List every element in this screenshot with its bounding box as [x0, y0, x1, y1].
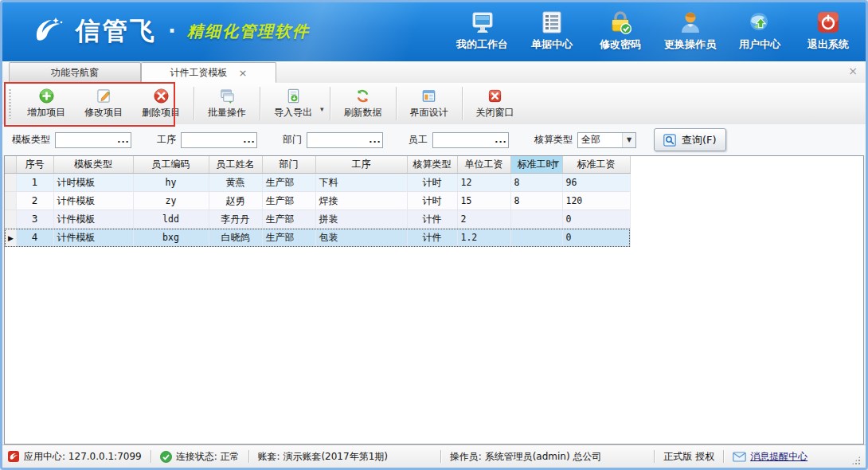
operator-text: 操作员: 系统管理员(admin) 总公司	[450, 450, 602, 464]
query-button[interactable]: 查询(F)	[654, 128, 726, 151]
tab-close-icon[interactable]: ×	[239, 68, 248, 78]
row-selector-cell[interactable]	[5, 210, 16, 229]
brand-name: 信管飞	[76, 14, 157, 48]
import-export-button[interactable]: 导入导出	[264, 85, 322, 122]
row-selector-cell[interactable]	[5, 192, 16, 210]
cell-std-wage: 96	[562, 174, 630, 192]
col-std-wage[interactable]: 标准工资	[562, 156, 630, 174]
browse-ellipsis-button[interactable]: ...	[368, 133, 382, 147]
calc-type-select[interactable]: 全部 ▼	[577, 132, 636, 148]
toolbar-separator	[260, 87, 260, 120]
browse-ellipsis-button[interactable]: ...	[494, 133, 508, 147]
table-row[interactable]: 3 计件模板 ldd 李丹丹 生产部 拼装 计件 2 0	[5, 210, 630, 229]
cell-calc-type: 计时	[407, 174, 457, 192]
close-window-icon	[487, 88, 502, 104]
tab-label: 功能导航窗	[51, 66, 99, 80]
title-bar: 信管飞 · 精细化管理软件 我的工作台	[2, 2, 866, 61]
row-selector-header	[5, 156, 16, 174]
col-unit-wage[interactable]: 单位工资	[457, 156, 510, 174]
toolbar-grip[interactable]	[9, 88, 11, 119]
nav-change-password[interactable]: 修改密码	[596, 10, 645, 52]
tab-piecework-wage-template[interactable]: 计件工资模板 ×	[141, 62, 276, 83]
status-separator	[654, 450, 655, 463]
nav-user-center[interactable]: 用户中心	[735, 10, 784, 52]
toolbar: 增加项目 修改项目 删除项目	[2, 83, 866, 125]
tab-function-navigator[interactable]: 功能导航窗	[9, 62, 141, 82]
col-emp-code[interactable]: 员工编码	[133, 156, 209, 174]
process-input[interactable]: ...	[181, 132, 257, 148]
employee-label: 员工	[409, 133, 428, 147]
panel-close-icon[interactable]: ×	[848, 65, 858, 76]
resize-grip[interactable]	[851, 456, 861, 465]
department-input[interactable]: ...	[307, 132, 383, 148]
nav-label: 修改密码	[600, 37, 641, 52]
refresh-icon	[355, 88, 370, 104]
cell-no: 1	[16, 174, 53, 192]
browse-ellipsis-button[interactable]: ...	[116, 133, 131, 147]
envelope-icon	[733, 452, 746, 462]
nav-label: 我的工作台	[456, 37, 508, 52]
cell-emp-name: 白晓鸽	[209, 229, 262, 247]
table-header-row: 序号 模板类型 员工编码 员工姓名 部门 工序 核算类型 单位工资 标准工时 标…	[5, 156, 630, 174]
toolbar-separator	[396, 87, 397, 120]
col-template-type[interactable]: 模板类型	[53, 156, 133, 174]
lock-check-icon	[608, 10, 633, 35]
refresh-data-button[interactable]: 刷新数据	[334, 85, 392, 122]
status-separator	[248, 450, 249, 463]
grid-panel: 序号 模板类型 员工编码 员工姓名 部门 工序 核算类型 单位工资 标准工时 标…	[4, 155, 864, 445]
status-message-center[interactable]: 消息提醒中心	[733, 450, 807, 464]
nav-my-workbench[interactable]: 我的工作台	[456, 10, 508, 52]
message-center-link[interactable]: 消息提醒中心	[750, 450, 807, 464]
row-selector-cell[interactable]: ▶	[5, 229, 16, 247]
nav-document-center[interactable]: 单据中心	[527, 10, 577, 52]
ui-design-button[interactable]: 界面设计	[401, 85, 458, 122]
col-calc-type[interactable]: 核算类型	[407, 156, 457, 174]
template-type-label: 模板类型	[12, 133, 50, 147]
cell-std-wage: 0	[562, 210, 630, 229]
add-item-button[interactable]: 增加项目	[18, 85, 75, 122]
table-row[interactable]: 2 计件模板 zy 赵勇 生产部 焊接 计时 15 8 120	[5, 192, 630, 210]
cell-dept: 生产部	[262, 229, 315, 247]
cell-unit-wage: 1.2	[457, 229, 510, 247]
close-window-button[interactable]: 关闭窗口	[467, 85, 524, 122]
process-label: 工序	[157, 133, 176, 147]
table-row[interactable]: 1 计时模板 hy 黄燕 生产部 下料 计时 12 8 96	[5, 174, 630, 192]
col-emp-name[interactable]: 员工姓名	[209, 156, 262, 174]
nav-exit-system[interactable]: 退出系统	[803, 10, 853, 52]
chevron-down-icon[interactable]: ▼	[622, 133, 635, 147]
status-app-center: 应用中心: 127.0.0.1:7099	[7, 450, 142, 464]
nav-label: 更换操作员	[664, 37, 716, 52]
app-window: 信管飞 · 精细化管理软件 我的工作台	[0, 0, 868, 470]
employee-input[interactable]: ...	[432, 132, 509, 148]
cell-unit-wage: 12	[457, 174, 510, 192]
browse-ellipsis-button[interactable]: ...	[242, 133, 256, 147]
batch-forms-icon	[220, 88, 235, 104]
cell-template-type: 计时模板	[53, 174, 133, 192]
col-process[interactable]: 工序	[315, 156, 407, 174]
cell-std-wage: 0	[562, 229, 630, 247]
cell-dept: 生产部	[262, 210, 315, 229]
col-no[interactable]: 序号	[16, 156, 53, 174]
cell-emp-name: 赵勇	[209, 192, 262, 210]
row-selector-cell[interactable]	[5, 174, 16, 192]
template-type-input[interactable]: ...	[55, 132, 131, 148]
delete-item-button[interactable]: 删除项目	[132, 85, 190, 122]
status-bar: 应用中心: 127.0.0.1:7099 连接状态: 正常 账套: 演示账套(2…	[2, 445, 866, 468]
cell-no: 2	[16, 192, 53, 210]
toolbar-label: 界面设计	[410, 106, 448, 119]
batch-operations-button[interactable]: 批量操作	[198, 85, 256, 122]
power-icon	[815, 10, 841, 35]
current-row-arrow-icon: ▶	[8, 234, 14, 242]
edit-item-button[interactable]: 修改项目	[75, 85, 132, 122]
toolbar-label: 刷新数据	[344, 106, 382, 119]
import-export-dropdown-caret[interactable]: ▾	[320, 94, 324, 113]
cell-std-hours: 8	[510, 174, 562, 192]
app-logo-icon	[29, 13, 66, 49]
filter-bar: 模板类型 ... 工序 ... 部门 ... 员工 ... 核算类型 全部 ▼ …	[2, 124, 866, 155]
table-row-selected[interactable]: ▶ 4 计件模板 bxg 白晓鸽 生产部 包装 计件 1.2 0	[5, 229, 630, 247]
col-std-hours[interactable]: 标准工时	[510, 156, 562, 174]
connection-ok-icon	[160, 451, 172, 463]
filter-funnel-icon[interactable]	[553, 160, 560, 168]
col-dept[interactable]: 部门	[262, 156, 315, 174]
nav-switch-operator[interactable]: 更换操作员	[664, 10, 716, 52]
